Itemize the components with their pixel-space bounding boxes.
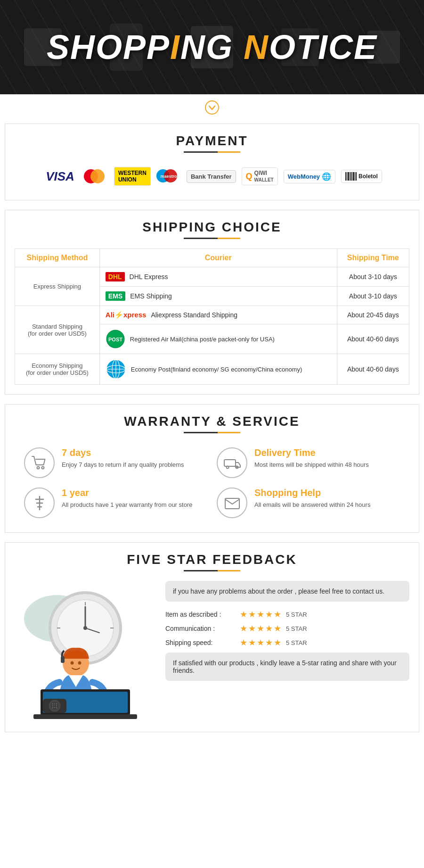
bottom-bubble-text: If satisfied with our products , kindly … — [173, 659, 397, 674]
speech-bubble-top: if you have any problems about the order… — [165, 581, 409, 602]
ratings-container: Item as described : ★★★★★ 5 STAR Communi… — [165, 609, 409, 648]
hero-title: SHOPPING NOTICE — [47, 28, 377, 66]
svg-point-46 — [56, 707, 57, 709]
feedback-illustration — [15, 581, 156, 722]
svg-point-47 — [71, 661, 74, 665]
ali-name: Aliexpress Standard Shipping — [151, 311, 237, 319]
warranty-desc-delivery: Most items will be shipped within 48 hou… — [254, 460, 369, 470]
tools-icon — [24, 488, 55, 518]
svg-point-25 — [83, 626, 87, 630]
table-row: Express Shipping DHL DHL Express About 3… — [15, 267, 409, 287]
webmoney-logo: WebMoney 🌐 — [284, 170, 335, 183]
ems-logo: EMS — [106, 291, 125, 301]
svg-point-38 — [52, 703, 54, 705]
col-header-courier: Courier — [99, 249, 337, 267]
payment-logos-container: VISA WESTERNUNION maestro Bank Transfer … — [15, 162, 409, 190]
svg-point-10 — [41, 466, 44, 469]
dhl-time: About 3-10 days — [337, 267, 409, 287]
economy-method-cell: Economy Shipping(for order under USD5) — [15, 354, 100, 385]
svg-point-43 — [56, 705, 57, 707]
dhl-courier-cell: DHL DHL Express — [99, 267, 337, 287]
airmail-courier-cell: POST Registered Air Mail(china post/e pa… — [99, 324, 337, 354]
svg-rect-11 — [224, 460, 236, 466]
svg-rect-31 — [61, 656, 65, 663]
warranty-item-delivery: Delivery Time Most items will be shipped… — [217, 447, 400, 478]
payment-section: PAYMENT VISA WESTERNUNION maestro Bank T… — [5, 124, 419, 200]
aliexpress-logo: Ali⚡xpress — [106, 311, 147, 319]
economy-courier-cell: Economy Post(finland economy/ SG economy… — [99, 354, 337, 385]
svg-point-39 — [54, 703, 56, 705]
rating-count-described: 5 STAR — [286, 611, 307, 618]
svg-point-48 — [78, 661, 82, 665]
hero-banner: SHOPPING NOTICE — [0, 0, 424, 94]
feedback-right: if you have any problems about the order… — [165, 581, 409, 681]
warranty-desc-7days: Enjoy 7 days to return if any quality pr… — [62, 460, 184, 470]
boleto-logo: Boletol — [341, 170, 382, 183]
airmail-time: About 40-60 days — [337, 324, 409, 354]
warranty-title: WARRANTY & SERVICE — [15, 414, 409, 429]
mail-icon — [217, 488, 247, 518]
rating-stars-communication: ★★★★★ — [240, 623, 282, 634]
table-row: Economy Shipping(for order under USD5) E… — [15, 354, 409, 385]
shipping-divider — [184, 238, 240, 239]
rating-stars-shipping: ★★★★★ — [240, 637, 282, 648]
customer-service-svg — [19, 581, 151, 722]
rating-label-communication: Communication : — [165, 625, 236, 632]
warranty-item-help: Shopping Help All emails will be answere… — [217, 488, 400, 518]
warranty-desc-1year: All products have 1 year warranty from o… — [62, 500, 192, 510]
economy-name: Economy Post(finland economy/ SG economy… — [131, 366, 302, 373]
svg-text:POST: POST — [108, 337, 122, 342]
svg-point-45 — [54, 707, 56, 709]
warranty-text-1year: 1 year All products have 1 year warranty… — [62, 488, 192, 510]
warranty-text-help: Shopping Help All emails will be answere… — [254, 488, 370, 510]
ems-courier-cell: EMS EMS Shipping — [99, 287, 337, 306]
payment-title: PAYMENT — [15, 133, 409, 149]
bank-transfer-logo: Bank Transfer — [187, 170, 236, 183]
western-union-logo: WESTERNUNION — [114, 167, 151, 186]
svg-point-44 — [52, 707, 54, 709]
airmail-icon: POST — [106, 329, 125, 349]
speech-bubble-bottom: If satisfied with our products , kindly … — [165, 653, 409, 681]
airmail-name: Registered Air Mail(china post/e packet-… — [130, 336, 275, 343]
warranty-text-delivery: Delivery Time Most items will be shipped… — [254, 447, 369, 470]
warranty-title-help: Shopping Help — [254, 488, 370, 498]
rating-stars-described: ★★★★★ — [240, 609, 282, 620]
col-header-time: Shipping Time — [337, 249, 409, 267]
warranty-desc-help: All emails will be answered within 24 ho… — [254, 500, 370, 510]
feedback-divider — [184, 570, 240, 571]
warranty-item-7days: 7 days Enjoy 7 days to return if any qua… — [24, 447, 207, 478]
warranty-grid: 7 days Enjoy 7 days to return if any qua… — [15, 443, 409, 523]
svg-point-9 — [37, 466, 39, 469]
truck-icon — [217, 447, 247, 478]
cart-icon — [24, 447, 55, 478]
svg-point-12 — [226, 466, 228, 468]
rating-label-described: Item as described : — [165, 611, 236, 618]
feedback-title: FIVE STAR FEEDBACK — [15, 552, 409, 567]
table-row: Standard Shipping(for order over USD5) A… — [15, 306, 409, 324]
rating-count-communication: 5 STAR — [286, 625, 307, 632]
warranty-title-1year: 1 year — [62, 488, 192, 498]
un-logo — [106, 359, 126, 380]
col-header-method: Shipping Method — [15, 249, 100, 267]
feedback-section: FIVE STAR FEEDBACK — [5, 542, 419, 732]
warranty-title-7days: 7 days — [62, 447, 184, 458]
svg-point-40 — [56, 703, 57, 705]
express-method-cell: Express Shipping — [15, 267, 100, 306]
rating-label-shipping: Shipping speed: — [165, 639, 236, 646]
warranty-divider — [184, 432, 240, 433]
dhl-logo: DHL — [106, 272, 125, 281]
visa-logo: VISA — [42, 167, 78, 186]
feedback-content: if you have any problems about the order… — [15, 581, 409, 722]
ems-name: EMS Shipping — [130, 292, 172, 300]
shipping-title: SHIPPING CHOICE — [15, 220, 409, 235]
chevron-icon — [0, 94, 424, 124]
maestro-logo: maestro — [156, 168, 181, 184]
speech-bubble-text: if you have any problems about the order… — [173, 587, 384, 595]
qiwi-logo: Q QIWIWALLET — [242, 167, 278, 185]
ali-time: About 20-45 days — [337, 306, 409, 324]
warranty-text-7days: 7 days Enjoy 7 days to return if any qua… — [62, 447, 184, 470]
rating-row-shipping: Shipping speed: ★★★★★ 5 STAR — [165, 637, 409, 648]
warranty-title-delivery: Delivery Time — [254, 447, 369, 458]
warranty-section: WARRANTY & SERVICE 7 days Enjoy 7 days t… — [5, 404, 419, 533]
svg-rect-34 — [33, 714, 137, 719]
